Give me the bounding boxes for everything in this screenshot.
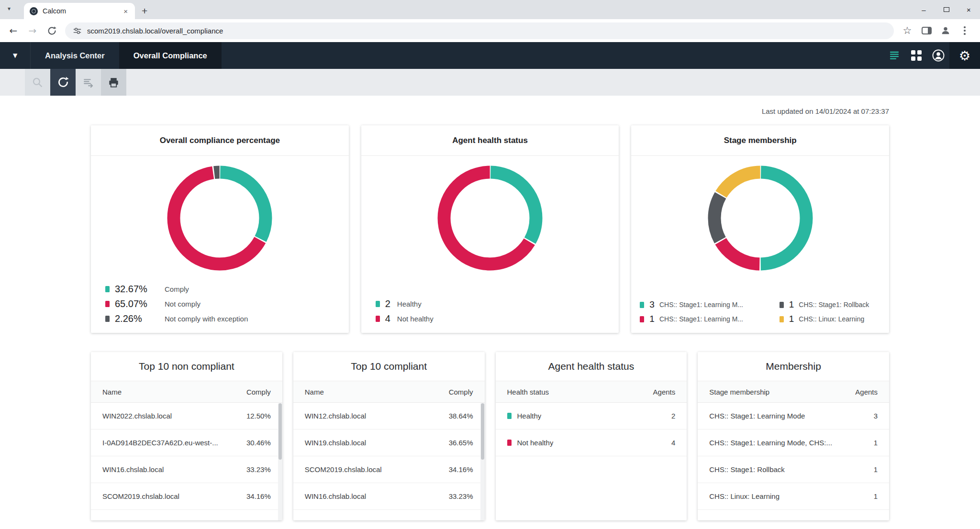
tab-search-chevron-icon[interactable]: ▾ — [8, 5, 11, 12]
tables-row: Top 10 non compliant Name Comply WIN2022… — [91, 352, 889, 520]
table-header-row: Health status Agents — [496, 381, 687, 403]
table-row[interactable]: WIN2022.chslab.local12.50% — [91, 403, 282, 430]
back-icon[interactable]: ← — [4, 21, 23, 40]
settings-gear-icon[interactable]: ⚙ — [949, 42, 980, 69]
row-name-cell: Not healthy — [507, 439, 554, 447]
chart-title: Stage membership — [631, 125, 889, 156]
table-title: Top 10 non compliant — [91, 352, 282, 381]
row-name-cell: WIN19.chslab.local — [305, 439, 366, 447]
legend-item: 1CHS:: Stage1: Rollback — [780, 299, 889, 310]
side-panel-icon[interactable] — [917, 21, 936, 40]
row-name-cell: SCOM2019.chslab.local — [102, 492, 179, 500]
donut-svg — [166, 165, 273, 272]
table-row[interactable]: WIN19.chslab.local36.65% — [293, 430, 485, 456]
table-row[interactable]: I-0AD914B2DEC37A62D.eu-west-...30.46% — [91, 430, 282, 456]
tab-overall-compliance[interactable]: Overall Compliance — [119, 42, 222, 69]
row-name: WIN12.chslab.local — [305, 412, 366, 420]
row-value: 34.16% — [449, 465, 473, 474]
legend-label: Not comply — [165, 300, 200, 308]
list-view-icon[interactable] — [883, 42, 905, 69]
app-navbar: ▼ Analysis Center Overall Compliance ⚙ — [0, 42, 980, 69]
export-report-button[interactable] — [76, 69, 101, 96]
minimize-button[interactable]: – — [913, 0, 935, 19]
table-row[interactable]: WIN16.chslab.local33.23% — [91, 456, 282, 483]
legend-marker-icon — [780, 302, 784, 308]
table-header-row: Name Comply — [91, 381, 282, 403]
close-button[interactable]: × — [958, 0, 980, 19]
url-bar[interactable]: scom2019.chslab.local/overall_compliance — [65, 22, 894, 39]
legend-value: 2 — [385, 298, 390, 309]
row-name-cell: CHS:: Stage1: Rollback — [709, 465, 785, 474]
row-name: CHS:: Stage1: Rollback — [709, 465, 785, 474]
table-row[interactable]: SCOM2019.chslab.local34.16% — [293, 456, 485, 483]
column-header: Agents — [653, 388, 676, 396]
row-value: 3 — [874, 412, 878, 420]
nav-menu-caret-icon[interactable]: ▼ — [0, 42, 31, 69]
refresh-button[interactable] — [50, 69, 76, 96]
table-row[interactable]: SCOM2019.chslab.local34.16% — [91, 483, 282, 510]
chart-legend: 32.67%Comply65.07%Not comply2.26%Not com… — [91, 284, 349, 324]
row-name: WIN19.chslab.local — [305, 439, 366, 447]
row-value: 34.16% — [246, 492, 271, 500]
legend-marker-icon — [376, 301, 380, 307]
row-value: 33.23% — [246, 465, 271, 474]
table-row[interactable]: CHS:: Stage1: Learning Mode3 — [698, 403, 889, 430]
grid-view-icon[interactable] — [905, 42, 927, 69]
bookmark-star-icon[interactable]: ☆ — [898, 21, 917, 40]
legend-label: Not comply with exception — [165, 315, 248, 323]
column-header: Agents — [855, 388, 878, 396]
table-row[interactable]: WIN16.chslab.local33.23% — [293, 483, 485, 510]
table-row[interactable]: Not healthy4 — [496, 430, 687, 456]
row-name: CHS:: Linux: Learning — [709, 492, 780, 500]
table-row[interactable]: CHS:: Linux: Learning1 — [698, 483, 889, 510]
table-title: Membership — [698, 352, 889, 381]
row-value: 33.23% — [449, 492, 473, 500]
table-card-membership: Membership Stage membership Agents CHS::… — [698, 352, 889, 520]
profile-avatar-icon[interactable] — [936, 21, 955, 40]
search-button[interactable] — [25, 69, 50, 96]
legend-value: 65.07% — [115, 298, 158, 309]
row-name-cell: CHS:: Stage1: Learning Mode, CHS:... — [709, 439, 832, 447]
donut-svg — [436, 165, 544, 272]
table-row[interactable]: Healthy2 — [496, 403, 687, 430]
donut-chart — [361, 165, 619, 272]
legend-marker-icon — [105, 286, 110, 292]
browser-menu-kebab-icon[interactable] — [955, 21, 974, 40]
scrollbar[interactable] — [480, 403, 485, 520]
forward-icon[interactable]: → — [23, 21, 42, 40]
maximize-button[interactable] — [935, 0, 958, 19]
table-row[interactable]: CHS:: Stage1: Rollback1 — [698, 456, 889, 483]
table-row[interactable]: CHS:: Stage1: Learning Mode, CHS:...1 — [698, 430, 889, 456]
legend-item: 65.07%Not comply — [105, 298, 349, 309]
charts-row: Overall compliance percentage 32.67%Comp… — [91, 125, 889, 333]
row-name-cell: Healthy — [507, 412, 542, 420]
tab-close-icon[interactable]: × — [121, 7, 130, 16]
column-header: Stage membership — [709, 388, 769, 396]
new-tab-button[interactable]: + — [142, 6, 147, 16]
site-settings-icon[interactable] — [73, 26, 82, 35]
window-controls: – × — [913, 0, 980, 19]
row-value: 2 — [671, 412, 675, 420]
user-account-icon[interactable] — [927, 42, 949, 69]
scrollbar[interactable] — [278, 403, 282, 520]
row-name-cell: WIN2022.chslab.local — [102, 412, 172, 420]
browser-tab[interactable]: Calcom × — [24, 3, 135, 19]
tab-analysis-center[interactable]: Analysis Center — [31, 42, 119, 69]
row-name: I-0AD914B2DEC37A62D.eu-west-... — [102, 439, 218, 447]
legend-value: 1 — [789, 314, 794, 324]
legend-marker-icon — [640, 302, 644, 308]
scrollbar-thumb[interactable] — [278, 403, 282, 460]
table-header-row: Name Comply — [293, 381, 485, 403]
legend-value: 4 — [385, 313, 390, 324]
table-row[interactable]: WIN12.chslab.local38.64% — [293, 403, 485, 430]
print-button[interactable] — [101, 69, 126, 96]
scrollbar-thumb[interactable] — [481, 403, 484, 460]
row-name-cell: CHS:: Stage1: Learning Mode — [709, 412, 805, 420]
table-card-top10-noncompliant: Top 10 non compliant Name Comply WIN2022… — [91, 352, 282, 520]
reload-icon[interactable] — [42, 21, 61, 40]
legend-marker-icon — [376, 316, 380, 322]
legend-item: 1CHS:: Linux: Learning — [780, 314, 889, 324]
legend-value: 32.67% — [115, 284, 158, 295]
table-body: WIN12.chslab.local38.64%WIN19.chslab.loc… — [293, 403, 485, 510]
legend-label: CHS:: Stage1: Learning M... — [659, 301, 743, 309]
